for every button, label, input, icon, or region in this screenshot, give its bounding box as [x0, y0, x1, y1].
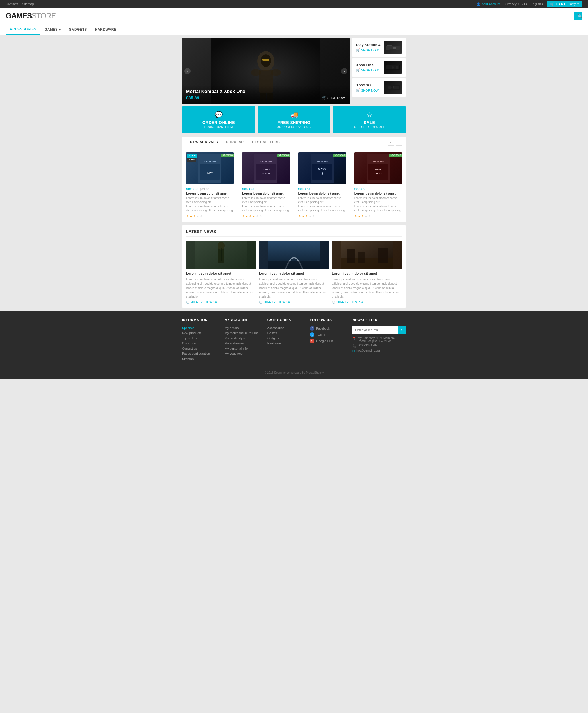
footer-categories-title: CATEGORIES	[267, 318, 304, 322]
footer-link-accessories[interactable]: Accessories	[267, 326, 304, 329]
clock-icon-3: 🕐	[332, 301, 335, 304]
phone-icon: 📞	[352, 344, 356, 348]
footer-follow-us: FOLLOW US f Facebook t Twitter g+ Google…	[310, 318, 346, 362]
feature-boxes: 💬 Order Online HOURS: 8AM-11PM 🚚 Free Sh…	[182, 107, 406, 133]
products-next-button[interactable]: ›	[396, 139, 402, 146]
footer-link-hardware[interactable]: Hardware	[267, 342, 304, 345]
footer-googleplus-link[interactable]: g+ Google Plus	[310, 339, 346, 343]
footer-link-personal-info[interactable]: My personal info	[225, 347, 261, 350]
game-3-svg: XBOX360 MASS 3	[311, 154, 334, 182]
xboxone-shop-link[interactable]: 🛒 SHOP NOW!	[356, 68, 383, 72]
news-card-1: Lorem ipsum dolor sit amet Lorem ipsum d…	[186, 240, 256, 304]
news-3-title: Lorem ipsum dolor sit amet	[332, 272, 402, 276]
footer-newsletter: NEWSLETTER › 📍 My Company, 4578 Marmora …	[352, 318, 406, 362]
footer-link-specials[interactable]: Specials	[182, 326, 219, 329]
location-icon: 📍	[352, 337, 356, 341]
feature-order-online: 💬 Order Online HOURS: 8AM-11PM	[182, 107, 255, 133]
footer-link-new-products[interactable]: New products	[182, 331, 219, 335]
news-1-date: 🕐 2014-10-15 09:46:34	[186, 301, 256, 304]
newsletter-form: ›	[352, 326, 406, 333]
sitemap-link[interactable]: Sitemap	[22, 2, 34, 6]
hero-next-button[interactable]: ›	[341, 68, 348, 74]
svg-rect-52	[358, 252, 365, 263]
tab-navigation: ‹ ›	[387, 139, 402, 146]
ps4-name: Play Station 4	[356, 43, 383, 47]
product-2-name: Lorem ipsum dolor sit amet	[242, 192, 290, 195]
clock-icon-1: 🕐	[186, 301, 189, 304]
footer-link-pages-config[interactable]: Pages configuration	[182, 352, 219, 355]
language-dropdown-arrow: ▾	[542, 3, 543, 5]
footer-twitter-link[interactable]: t Twitter	[310, 332, 346, 337]
footer-link-sitemap[interactable]: Sitemap	[182, 357, 219, 361]
currency-selector[interactable]: Currency: USD ▾	[504, 2, 527, 6]
product-4-stars: ★★★★★ 0	[354, 214, 402, 218]
top-bar: Contacts Sitemap 👤 Your Account Currency…	[0, 0, 588, 8]
language-selector[interactable]: English ▾	[530, 2, 543, 6]
ps4-shop-link[interactable]: 🛒 SHOP NOW!	[356, 48, 383, 52]
news-3-svg	[332, 240, 402, 269]
news-2-date: 🕐 2014-10-15 09:46:34	[259, 301, 329, 304]
account-link[interactable]: 👤 Your Account	[477, 2, 500, 6]
nav-item-accessories[interactable]: ACCESSORIES	[6, 24, 41, 35]
footer-address: 📍 My Company, 4578 Marmora Road,Glasgow …	[352, 337, 406, 343]
tab-new-arrivals[interactable]: NEW ARRIVALS	[186, 137, 222, 148]
product-1-stars: ★★★★★	[186, 214, 234, 218]
footer-link-my-addresses[interactable]: My addresses	[225, 342, 261, 345]
footer-link-my-vouchers[interactable]: My vouchers	[225, 352, 261, 355]
product-2-img-wrap: XBOX360 GHOST RECON XBOX360	[242, 152, 290, 184]
footer-link-my-orders[interactable]: My orders	[225, 326, 261, 329]
product-1-name: Lorem ipsum dolor sit amet	[186, 192, 234, 195]
xboxone-image	[383, 61, 402, 74]
top-bar-left: Contacts Sitemap	[6, 2, 34, 6]
feature-sale: ☆ Sale GET UP TO 20% OFF	[333, 107, 406, 133]
footer-link-gadgets[interactable]: Gadgets	[267, 337, 304, 340]
svg-point-12	[389, 49, 396, 50]
cart-dropdown-arrow: ▾	[578, 3, 579, 5]
footer-link-games[interactable]: Games	[267, 331, 304, 335]
product-card-2: XBOX360 GHOST RECON XBOX360 $85.89 Lorem…	[238, 148, 294, 222]
xboxone-cart-icon: 🛒	[356, 68, 360, 72]
newsletter-email-input[interactable]	[352, 326, 398, 333]
footer-link-top-sellers[interactable]: Top sellers	[182, 337, 219, 340]
product-tabs-section: NEW ARRIVALS POPULAR BEST SELLERS ‹ › XB…	[182, 137, 406, 222]
currency-dropdown-arrow: ▾	[526, 3, 527, 5]
xbox360-shop-link[interactable]: 🛒 SHOP NOW!	[356, 88, 383, 92]
tab-header: NEW ARRIVALS POPULAR BEST SELLERS ‹ ›	[182, 137, 406, 148]
footer-facebook-link[interactable]: f Facebook	[310, 326, 346, 331]
logo[interactable]: GAMESSTORE	[6, 12, 56, 20]
footer-newsletter-title: NEWSLETTER	[352, 318, 406, 322]
nav-item-hardware[interactable]: HARDWARE	[91, 24, 121, 35]
googleplus-icon: g+	[310, 339, 314, 343]
svg-rect-47	[268, 261, 320, 269]
nav-item-gadgets[interactable]: GADGETS	[65, 24, 91, 35]
footer-link-our-stores[interactable]: Our stores	[182, 342, 219, 345]
svg-text:GHOST: GHOST	[262, 169, 270, 171]
products-prev-button[interactable]: ‹	[387, 139, 394, 146]
product-4-image: XBOX360 NINJA RAIDEN	[354, 152, 402, 184]
hero-shop-now[interactable]: 🛒 SHOP NOW!	[322, 96, 346, 100]
tab-best-sellers[interactable]: BEST SELLERS	[248, 137, 284, 148]
svg-text:RECON: RECON	[262, 172, 270, 174]
footer-link-credit-slips[interactable]: My credit slips	[225, 337, 261, 340]
newsletter-submit-button[interactable]: ›	[398, 326, 406, 333]
cart-button[interactable]: 🛒 CART Empty ▾	[547, 1, 582, 7]
tab-popular[interactable]: POPULAR	[222, 137, 248, 148]
clock-icon-2: 🕐	[259, 301, 262, 304]
search-button[interactable]: 🔍	[574, 12, 582, 20]
side-product-ps4: Play Station 4 🛒 SHOP NOW!	[352, 38, 406, 57]
facebook-icon: f	[310, 326, 314, 331]
platform-badge-4: XBOX360	[389, 154, 402, 157]
nav-item-games[interactable]: GAMES ▾	[41, 24, 65, 35]
search-input[interactable]	[525, 12, 574, 20]
news-3-date: 🕐 2014-10-15 09:46:34	[332, 301, 402, 304]
contacts-link[interactable]: Contacts	[6, 2, 18, 6]
footer-link-contact-us[interactable]: Contact us	[182, 347, 219, 350]
product-3-desc: Lorem ipsum dolor sit amet conse ctetur …	[298, 196, 346, 212]
order-online-sub: HOURS: 8AM-11PM	[186, 125, 252, 129]
footer-link-merchandise-returns[interactable]: My merchandise returns	[225, 331, 261, 335]
platform-badge-1: XBOX360	[222, 154, 234, 157]
news-2-svg	[259, 240, 329, 269]
hero-prev-button[interactable]: ‹	[184, 68, 191, 74]
nav: ACCESSORIES GAMES ▾ GADGETS HARDWARE	[0, 24, 588, 35]
product-4-desc: Lorem ipsum dolor sit amet conse ctetur …	[354, 196, 402, 212]
